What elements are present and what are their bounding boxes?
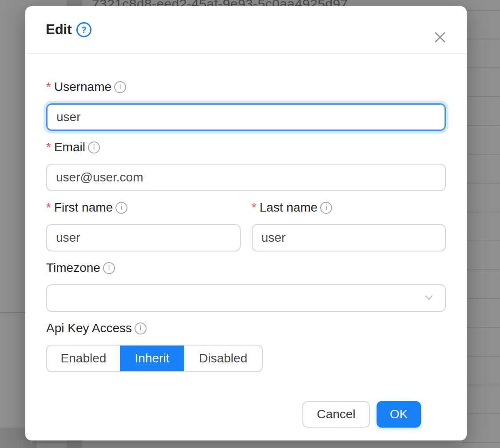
username-label: * Username i (46, 79, 446, 94)
required-marker: * (46, 200, 51, 215)
first-name-input[interactable] (46, 224, 241, 252)
form-item-last-name: * Last name i (252, 200, 446, 252)
close-icon (433, 31, 447, 44)
info-circle-icon[interactable]: i (103, 262, 115, 274)
first-name-label: * First name i (46, 200, 241, 215)
api-key-access-radio-group: Enabled Inherit Disabled (46, 345, 263, 372)
ok-button[interactable]: OK (377, 401, 421, 428)
info-circle-icon[interactable]: i (320, 202, 332, 214)
email-input[interactable] (46, 164, 446, 191)
required-marker: * (46, 140, 51, 155)
email-label: * Email i (46, 140, 446, 155)
edit-user-modal: Edit ? * Username i * Email i (25, 6, 467, 440)
help-circle-icon[interactable]: ? (76, 22, 91, 37)
radio-option-disabled[interactable]: Disabled (184, 346, 262, 371)
info-circle-icon[interactable]: i (88, 141, 100, 153)
required-marker: * (46, 79, 51, 94)
timezone-label: Timezone i (46, 260, 446, 275)
info-circle-icon[interactable]: i (135, 322, 147, 334)
form-item-first-name: * First name i (46, 200, 241, 252)
last-name-label: * Last name i (252, 200, 446, 215)
username-label-text: Username (54, 79, 111, 94)
form-item-api-key-access: Api Key Access i Enabled Inherit Disable… (46, 321, 446, 372)
email-label-text: Email (54, 140, 85, 155)
first-name-label-text: First name (54, 200, 113, 215)
required-marker: * (252, 200, 257, 215)
modal-body: * Username i * Email i * First name i (25, 54, 467, 428)
last-name-label-text: Last name (259, 200, 317, 215)
api-key-access-label-text: Api Key Access (46, 321, 132, 336)
info-circle-icon[interactable]: i (114, 81, 126, 93)
form-item-username: * Username i (46, 79, 446, 131)
form-item-name-row: * First name i * Last name i (46, 200, 446, 252)
api-key-access-label: Api Key Access i (46, 321, 446, 336)
chevron-down-icon (423, 291, 435, 305)
modal-footer: Cancel OK (46, 381, 446, 428)
modal-title: Edit (46, 22, 72, 38)
radio-option-enabled[interactable]: Enabled (47, 346, 120, 371)
timezone-select[interactable] (46, 284, 446, 312)
username-input[interactable] (46, 103, 446, 131)
modal-header: Edit ? (25, 6, 467, 54)
form-item-timezone: Timezone i (46, 260, 446, 312)
form-item-email: * Email i (46, 140, 446, 191)
close-button[interactable] (428, 25, 452, 50)
last-name-input[interactable] (252, 224, 446, 252)
radio-option-inherit[interactable]: Inherit (120, 346, 184, 371)
info-circle-icon[interactable]: i (115, 202, 127, 214)
timezone-label-text: Timezone (46, 260, 100, 275)
cancel-button[interactable]: Cancel (302, 401, 370, 428)
